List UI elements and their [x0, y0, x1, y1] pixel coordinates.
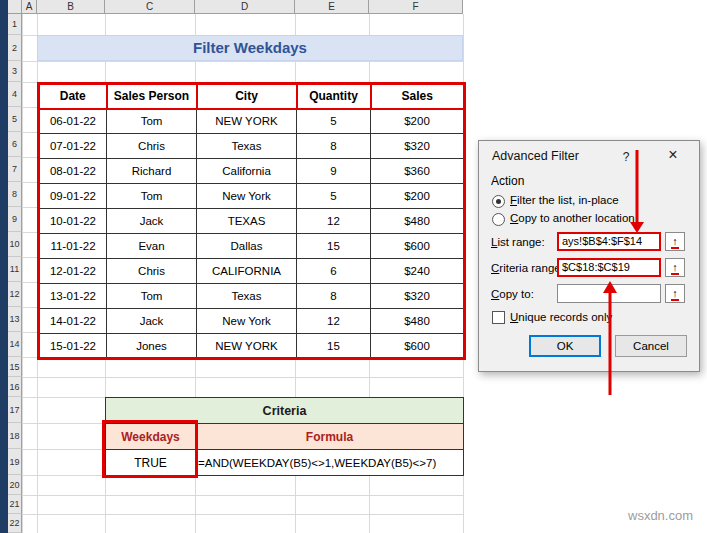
copy-to-picker-button[interactable]: ↑	[665, 284, 685, 303]
row-header-11[interactable]: 11	[8, 257, 22, 282]
list-range-input[interactable]: ays!$B$4:$F$14	[557, 232, 661, 251]
row-header-22[interactable]: 22	[8, 514, 22, 533]
row-header-10[interactable]: 10	[8, 232, 22, 257]
cell-date[interactable]: 12-01-22	[39, 259, 107, 284]
column-header-a[interactable]: A	[22, 0, 37, 14]
cell-city[interactable]: Dallas	[197, 234, 297, 259]
select-all-corner[interactable]	[8, 0, 22, 14]
col-header-quantity[interactable]: Quantity	[297, 84, 371, 109]
row-header-3[interactable]: 3	[8, 61, 22, 82]
column-header-b[interactable]: B	[37, 0, 105, 14]
cell-person[interactable]: Chris	[107, 259, 197, 284]
row-header-16[interactable]: 16	[8, 377, 22, 397]
cell-city[interactable]: CALIFORNIA	[197, 259, 297, 284]
criteria-title-cell[interactable]: Criteria	[106, 398, 464, 424]
cell-person[interactable]: Tom	[107, 284, 197, 309]
cell-date[interactable]: 14-01-22	[39, 309, 107, 334]
cell-sales[interactable]: $600	[371, 334, 465, 359]
cancel-button[interactable]: Cancel	[615, 335, 687, 357]
cell-city[interactable]: NEW YORK	[197, 334, 297, 359]
cell-quantity[interactable]: 12	[297, 209, 371, 234]
criteria-formula-cell[interactable]: =AND(WEEKDAY(B5)<>1,WEEKDAY(B5)<>7)	[196, 450, 464, 476]
criteria-weekdays-header[interactable]: Weekdays	[106, 424, 196, 450]
row-header-19[interactable]: 19	[8, 449, 22, 475]
criteria-range-input[interactable]: $C$18:$C$19	[557, 258, 661, 277]
cell-sales[interactable]: $200	[371, 109, 465, 134]
row-header-21[interactable]: 21	[8, 495, 22, 514]
cell-person[interactable]: Richard	[107, 159, 197, 184]
cell-city[interactable]: NEW YORK	[197, 109, 297, 134]
cell-quantity[interactable]: 15	[297, 234, 371, 259]
help-icon[interactable]: ?	[617, 148, 635, 166]
row-header-13[interactable]: 13	[8, 307, 22, 332]
cell-quantity[interactable]: 12	[297, 309, 371, 334]
criteria-formula-header[interactable]: Formula	[196, 424, 464, 450]
cell-city[interactable]: New York	[197, 309, 297, 334]
cell-quantity[interactable]: 8	[297, 284, 371, 309]
cell-person[interactable]: Tom	[107, 184, 197, 209]
cell-sales[interactable]: $240	[371, 259, 465, 284]
cell-date[interactable]: 06-01-22	[39, 109, 107, 134]
cell-city[interactable]: Texas	[197, 284, 297, 309]
row-header-2[interactable]: 2	[8, 35, 22, 61]
col-header-city[interactable]: City	[197, 84, 297, 109]
cell-quantity[interactable]: 15	[297, 334, 371, 359]
row-header-1[interactable]: 1	[8, 14, 22, 35]
cell-person[interactable]: Jack	[107, 309, 197, 334]
cell-sales[interactable]: $200	[371, 184, 465, 209]
cell-date[interactable]: 07-01-22	[39, 134, 107, 159]
cell-sales[interactable]: $480	[371, 309, 465, 334]
cell-city[interactable]: Texas	[197, 134, 297, 159]
column-header-c[interactable]: C	[105, 0, 195, 14]
row-header-14[interactable]: 14	[8, 332, 22, 357]
criteria-true-cell[interactable]: TRUE	[106, 450, 196, 476]
cell-date[interactable]: 10-01-22	[39, 209, 107, 234]
cell-sales[interactable]: $320	[371, 284, 465, 309]
cell-quantity[interactable]: 8	[297, 134, 371, 159]
column-header-f[interactable]: F	[369, 0, 463, 14]
col-header-date[interactable]: Date	[39, 84, 107, 109]
cell-city[interactable]: California	[197, 159, 297, 184]
close-icon[interactable]: ×	[661, 145, 685, 165]
radio-filter-in-place[interactable]	[492, 195, 505, 208]
criteria-range-picker-button[interactable]: ↑	[665, 258, 685, 277]
cell-quantity[interactable]: 9	[297, 159, 371, 184]
col-header-sales-person[interactable]: Sales Person	[107, 84, 197, 109]
row-header-7[interactable]: 7	[8, 157, 22, 182]
row-header-5[interactable]: 5	[8, 107, 22, 132]
row-header-20[interactable]: 20	[8, 475, 22, 495]
cell-date[interactable]: 13-01-22	[39, 284, 107, 309]
list-range-picker-button[interactable]: ↑	[665, 232, 685, 251]
ok-button[interactable]: OK	[529, 335, 601, 357]
radio-copy-to-location[interactable]	[492, 213, 505, 226]
radio-filter-in-place-label[interactable]: Filter the list, in-place	[510, 194, 619, 206]
row-header-18[interactable]: 18	[8, 423, 22, 449]
col-header-sales[interactable]: Sales	[371, 84, 465, 109]
cell-sales[interactable]: $360	[371, 159, 465, 184]
cell-date[interactable]: 08-01-22	[39, 159, 107, 184]
unique-records-label[interactable]: Unique records only	[510, 311, 612, 323]
cell-sales[interactable]: $600	[371, 234, 465, 259]
row-header-4[interactable]: 4	[8, 82, 22, 107]
copy-to-input[interactable]	[557, 284, 661, 303]
row-header-12[interactable]: 12	[8, 282, 22, 307]
radio-copy-to-location-label[interactable]: Copy to another location	[510, 212, 635, 224]
row-header-6[interactable]: 6	[8, 132, 22, 157]
cell-city[interactable]: TEXAS	[197, 209, 297, 234]
row-header-17[interactable]: 17	[8, 397, 22, 423]
cell-sales[interactable]: $480	[371, 209, 465, 234]
cell-quantity[interactable]: 5	[297, 184, 371, 209]
cell-date[interactable]: 11-01-22	[39, 234, 107, 259]
title-banner-cell[interactable]: Filter Weekdays	[37, 35, 463, 61]
row-header-15[interactable]: 15	[8, 357, 22, 377]
column-header-e[interactable]: E	[295, 0, 369, 14]
cell-sales[interactable]: $320	[371, 134, 465, 159]
column-header-d[interactable]: D	[195, 0, 295, 14]
cell-date[interactable]: 15-01-22	[39, 334, 107, 359]
cell-quantity[interactable]: 5	[297, 109, 371, 134]
cell-date[interactable]: 09-01-22	[39, 184, 107, 209]
cell-person[interactable]: Evan	[107, 234, 197, 259]
cell-person[interactable]: Chris	[107, 134, 197, 159]
cell-city[interactable]: New York	[197, 184, 297, 209]
cell-person[interactable]: Jack	[107, 209, 197, 234]
